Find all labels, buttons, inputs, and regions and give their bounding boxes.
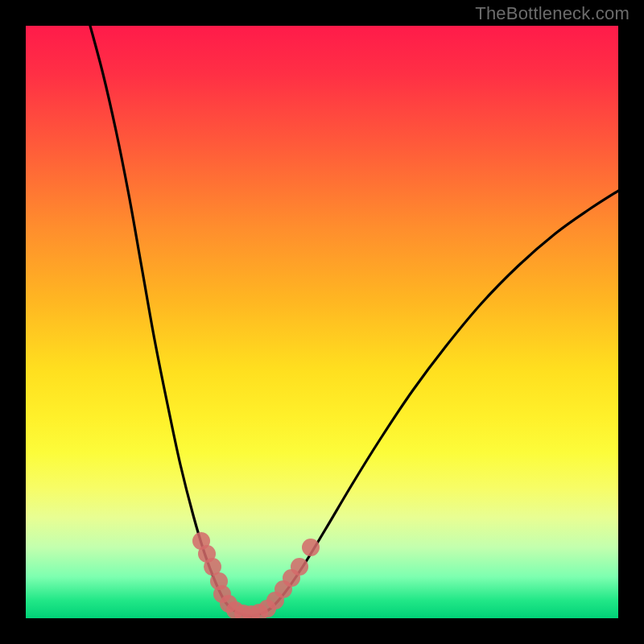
plot-area	[26, 26, 618, 618]
marker-dot	[291, 558, 308, 576]
chart-stage: TheBottleneck.com	[0, 0, 644, 644]
curve-lines	[90, 26, 618, 616]
marker-dots	[192, 532, 320, 618]
marker-dot	[302, 539, 320, 556]
curve-path	[90, 26, 250, 616]
watermark-text: TheBottleneck.com	[475, 3, 630, 24]
curve-svg	[26, 26, 618, 618]
